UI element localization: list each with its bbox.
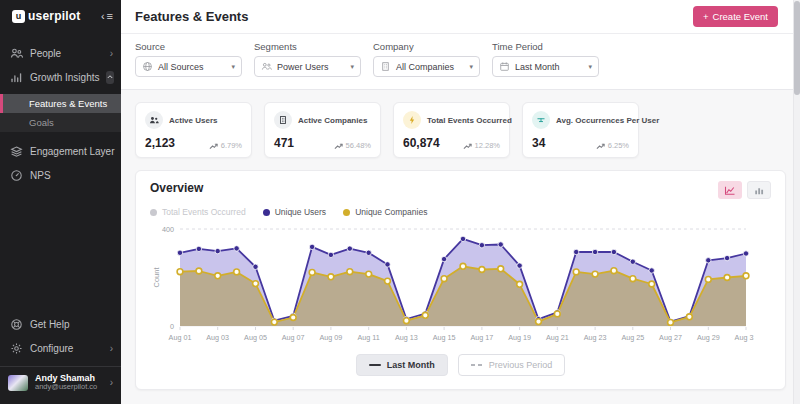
filter-company: Company All Companies ▾ <box>373 41 480 77</box>
sidebar-item-configure[interactable]: Configure › <box>0 336 121 360</box>
people-icon <box>10 47 23 60</box>
svg-text:Aug 27: Aug 27 <box>659 333 682 342</box>
dropdown-value: All Companies <box>396 62 454 72</box>
lightning-icon <box>403 111 421 129</box>
legend-dot <box>150 209 157 216</box>
source-dropdown[interactable]: All Sources ▾ <box>135 56 242 77</box>
stat-change: 6.79% <box>221 141 242 150</box>
logo-mark-icon: u <box>12 10 25 23</box>
sidebar-item-label: Engagement Layer <box>30 146 115 157</box>
sidebar-item-growth-insights[interactable]: Growth Insights <box>0 65 121 89</box>
dropdown-value: Last Month <box>515 62 560 72</box>
calendar-icon <box>499 61 510 72</box>
caret-down-icon: ▾ <box>588 63 592 71</box>
caret-down-icon: ▾ <box>469 63 473 71</box>
dropdown-value: All Sources <box>158 62 204 72</box>
svg-text:Aug 15: Aug 15 <box>433 333 456 342</box>
sidebar-item-get-help[interactable]: Get Help <box>0 312 121 336</box>
user-profile[interactable]: Andy Shamah andy@userpilot.co › <box>0 367 121 400</box>
building-icon <box>380 61 391 72</box>
solid-line-icon <box>369 364 381 366</box>
sidebar-item-label: Configure <box>30 343 73 354</box>
gear-icon <box>10 342 23 355</box>
sidebar-item-nps[interactable]: NPS <box>0 163 121 187</box>
legend-total-events[interactable]: Total Events Occurred <box>150 207 246 217</box>
company-dropdown[interactable]: All Companies ▾ <box>373 56 480 77</box>
globe-icon <box>142 61 153 72</box>
stat-card-total-events: Total Events Occurred 60,874 12.28% <box>393 102 510 158</box>
stat-change: 12.28% <box>475 141 500 150</box>
sidebar-item-features-events[interactable]: Features & Events <box>0 94 121 113</box>
layers-icon <box>10 145 23 158</box>
svg-text:Aug 31: Aug 31 <box>735 333 754 342</box>
dashed-line-icon <box>471 364 483 366</box>
stat-label: Active Companies <box>298 116 367 125</box>
stat-value: 471 <box>274 136 294 150</box>
sidebar-item-goals[interactable]: Goals <box>0 113 121 132</box>
stat-card-active-users: Active Users 2,123 6.79% <box>135 102 252 158</box>
create-event-button[interactable]: + Create Event <box>693 6 778 27</box>
avatar <box>8 375 28 391</box>
svg-text:Aug 25: Aug 25 <box>621 333 644 342</box>
svg-text:Aug 03: Aug 03 <box>206 333 229 342</box>
period-buttons: Last Month Previous Period <box>150 354 771 376</box>
svg-text:Aug 21: Aug 21 <box>546 333 569 342</box>
sidebar-item-label: Features & Events <box>29 98 107 109</box>
trend-up-icon <box>463 142 472 150</box>
chevron-up-icon[interactable] <box>106 71 114 84</box>
stat-card-avg-occurrences: Avg. Occurrences Per User 34 6.25% <box>522 102 639 158</box>
overview-card: Overview Total Events Occurred <box>135 170 786 390</box>
legend-dot <box>263 209 270 216</box>
scrollbar-thumb[interactable] <box>794 1 800 95</box>
sidebar-item-engagement-layer[interactable]: Engagement Layer › <box>0 139 121 163</box>
logo-text: userpilot <box>28 9 80 23</box>
sidebar-item-label: Growth Insights <box>30 72 99 83</box>
create-event-label: Create Event <box>713 11 768 22</box>
stat-value: 2,123 <box>145 136 175 150</box>
stat-label: Total Events Occurred <box>427 116 512 125</box>
legend-unique-companies[interactable]: Unique Companies <box>343 207 427 217</box>
sidebar-spacer <box>0 187 121 312</box>
chart-type-toggles <box>718 181 771 199</box>
period-button-label: Last Month <box>387 360 435 370</box>
svg-text:Aug 29: Aug 29 <box>697 333 720 342</box>
legend-label: Total Events Occurred <box>162 207 246 217</box>
caret-down-icon: ▾ <box>231 63 235 71</box>
average-icon <box>532 111 550 129</box>
line-chart-toggle[interactable] <box>718 181 742 199</box>
chart-legend: Total Events Occurred Unique Users Uniqu… <box>150 207 771 217</box>
legend-label: Unique Users <box>275 207 327 217</box>
filter-label: Source <box>135 41 242 52</box>
active-users-icon <box>145 111 163 129</box>
sidebar-footer: Get Help Configure › Andy Shamah andy@us… <box>0 312 121 404</box>
previous-period-button[interactable]: Previous Period <box>458 354 566 376</box>
trend-up-icon <box>209 142 218 150</box>
stat-label: Avg. Occurrences Per User <box>556 116 659 125</box>
bar-chart-toggle[interactable] <box>747 181 771 199</box>
svg-text:Count: Count <box>152 267 161 288</box>
chevron-right-icon: › <box>110 48 113 59</box>
segments-dropdown[interactable]: Power Users ▾ <box>254 56 361 77</box>
filter-label: Time Period <box>492 41 599 52</box>
legend-unique-users[interactable]: Unique Users <box>263 207 327 217</box>
chevron-right-icon: › <box>110 343 113 354</box>
sidebar: u userpilot ‹ ≡ People › Growth Insights <box>0 0 121 404</box>
svg-text:Aug 11: Aug 11 <box>358 333 380 342</box>
sidebar-item-people[interactable]: People › <box>0 41 121 65</box>
time-period-dropdown[interactable]: Last Month ▾ <box>492 56 599 77</box>
sidebar-collapse-button[interactable]: ‹ ≡ <box>101 10 113 22</box>
users-icon <box>261 61 272 72</box>
legend-dot <box>343 209 350 216</box>
last-month-button[interactable]: Last Month <box>356 354 448 376</box>
stat-change: 56.48% <box>346 141 371 150</box>
sidebar-nav: People › Growth Insights Features & Even… <box>0 29 121 187</box>
overview-title: Overview <box>150 181 203 195</box>
filter-bar: Source All Sources ▾ Segments Power User… <box>121 34 800 90</box>
gauge-icon <box>10 169 23 182</box>
svg-text:Aug 17: Aug 17 <box>471 333 494 342</box>
menu-icon: ≡ <box>107 10 113 22</box>
filter-label: Company <box>373 41 480 52</box>
svg-text:Aug 09: Aug 09 <box>320 333 343 342</box>
logo: u userpilot ‹ ≡ <box>0 0 121 29</box>
svg-text:Aug 13: Aug 13 <box>395 333 418 342</box>
